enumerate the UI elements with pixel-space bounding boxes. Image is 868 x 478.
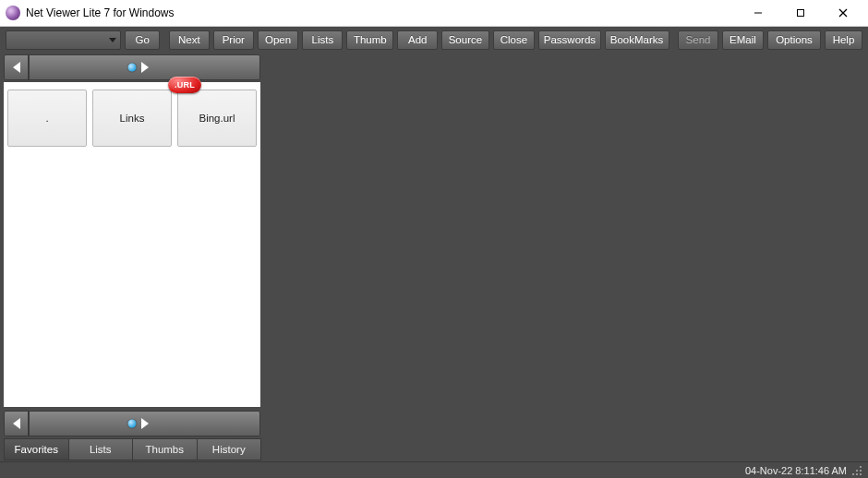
viewer-pane	[264, 53, 868, 461]
tile-item[interactable]: .	[7, 90, 87, 147]
scroll-right-button[interactable]	[29, 55, 259, 79]
bottom-scroller[interactable]	[4, 411, 260, 436]
go-button[interactable]: Go	[125, 30, 160, 50]
tile-label: .	[45, 113, 48, 124]
left-panel: .URL . Links Bing.url Favorites Lists Th…	[0, 53, 264, 461]
minimize-button[interactable]	[737, 0, 779, 27]
tile-item[interactable]: Bing.url	[177, 90, 257, 147]
source-button[interactable]: Source	[441, 30, 488, 50]
close-page-button[interactable]: Close	[493, 30, 536, 50]
bottom-tabs: Favorites Lists Thumbs History	[4, 438, 260, 460]
triangle-right-icon	[141, 62, 149, 73]
tile-item[interactable]: Links	[92, 90, 172, 147]
tile-label: Bing.url	[199, 113, 235, 124]
svg-rect-1	[798, 10, 804, 17]
window-controls	[737, 0, 864, 27]
chevron-down-icon	[109, 38, 116, 42]
tab-history[interactable]: History	[197, 438, 262, 460]
next-button[interactable]: Next	[169, 30, 210, 50]
thumb-button[interactable]: Thumb	[346, 30, 393, 50]
scroll-left-button[interactable]	[5, 55, 29, 79]
tab-thumbs[interactable]: Thumbs	[132, 438, 198, 460]
resize-grip-icon[interactable]	[850, 464, 862, 476]
scroll-right-button[interactable]	[29, 412, 259, 436]
passwords-button[interactable]: Passwords	[538, 30, 600, 50]
close-button[interactable]	[822, 0, 864, 27]
bookmarks-button[interactable]: BookMarks	[605, 30, 669, 50]
status-bar: 04-Nov-22 8:11:46 AM	[0, 461, 868, 478]
add-button[interactable]: Add	[397, 30, 438, 50]
prior-button[interactable]: Prior	[213, 30, 254, 50]
tile-label: Links	[120, 113, 145, 124]
title-bar: Net Viewer Lite 7 for Windows	[0, 0, 868, 27]
triangle-right-icon	[141, 418, 149, 429]
main-toolbar: Go Next Prior Open Lists Thumb Add Sourc…	[0, 27, 868, 53]
status-datetime: 04-Nov-22 8:11:46 AM	[745, 465, 847, 476]
scroll-left-button[interactable]	[5, 412, 29, 436]
send-button: Send	[678, 30, 718, 50]
address-combo[interactable]	[6, 30, 121, 50]
email-button[interactable]: EMail	[722, 30, 764, 50]
tab-lists[interactable]: Lists	[68, 438, 134, 460]
top-scroller[interactable]	[4, 54, 260, 80]
slider-thumb[interactable]	[128, 64, 137, 72]
slider-thumb[interactable]	[128, 420, 137, 428]
app-icon	[6, 6, 20, 20]
maximize-button[interactable]	[779, 0, 822, 27]
tab-favorites[interactable]: Favorites	[4, 438, 69, 460]
lists-button[interactable]: Lists	[302, 30, 343, 50]
window-title: Net Viewer Lite 7 for Windows	[26, 6, 737, 19]
triangle-left-icon	[13, 62, 20, 73]
main-area: .URL . Links Bing.url Favorites Lists Th…	[0, 53, 868, 461]
url-badge: .URL	[168, 77, 201, 93]
open-button[interactable]: Open	[258, 30, 299, 50]
tile-grid: .URL . Links Bing.url	[4, 82, 260, 407]
options-button[interactable]: Options	[767, 30, 821, 50]
help-button[interactable]: Help	[825, 30, 862, 50]
triangle-left-icon	[13, 418, 20, 429]
